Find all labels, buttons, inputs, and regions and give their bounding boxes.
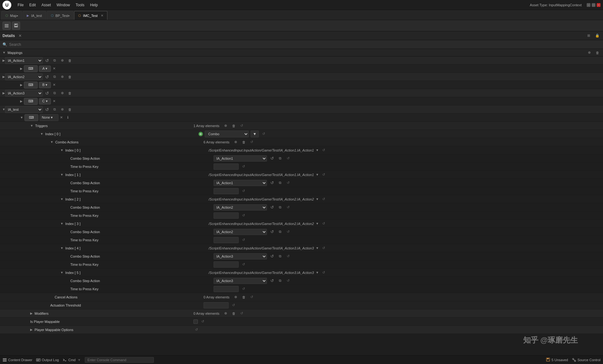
combo-idx3-expand[interactable]: ▼ — [316, 222, 319, 225]
combo-actions-delete-icon[interactable]: 🗑 — [241, 139, 247, 145]
time-press-value-1[interactable]: 0.5 — [214, 188, 239, 194]
combo-step-revert-0[interactable]: ↺ — [285, 156, 291, 161]
combo-step-revert-1[interactable]: ↺ — [285, 180, 291, 186]
index0-chevron[interactable]: ▼ — [40, 132, 43, 136]
combo-step-action-3[interactable]: IA_Action2 — [214, 229, 267, 235]
combo-step-copy-2[interactable]: ⧉ — [277, 204, 283, 211]
combo-type-dropdown[interactable]: Combo — [205, 131, 249, 137]
panel-lock-icon[interactable]: 🔒 — [594, 33, 600, 39]
ia-action3-chevron[interactable]: ▶ — [3, 91, 5, 95]
actuation-threshold-value[interactable]: 0.5 — [204, 302, 229, 308]
combo-step-action-5[interactable]: IA_Action3 — [214, 278, 267, 284]
ia-action2-dropdown[interactable]: IA_Action2 — [5, 73, 43, 80]
combo-step-reset-4[interactable]: ↺ — [269, 253, 275, 260]
triggers-delete-icon[interactable]: 🗑 — [231, 123, 237, 129]
tab-close-icon[interactable]: ✕ — [101, 14, 103, 17]
combo-idx3-revert[interactable]: ↺ — [321, 221, 326, 227]
menu-edit[interactable]: Edit — [27, 2, 38, 8]
combo-idx1-revert[interactable]: ↺ — [321, 172, 326, 178]
combo-step-action-0[interactable]: IA_Action1 — [214, 155, 267, 162]
modifiers-add-icon[interactable]: ⊕ — [223, 310, 229, 317]
cmd-button[interactable]: Cmd ▼ — [62, 358, 81, 362]
ia-test-add-icon[interactable]: ⊕ — [59, 106, 65, 113]
index0-revert-icon[interactable]: ↺ — [261, 131, 266, 137]
triggers-revert-icon[interactable]: ↺ — [239, 123, 245, 129]
menu-tools[interactable]: Tools — [73, 2, 87, 8]
combo-actions-add-icon[interactable]: ⊕ — [233, 139, 239, 145]
player-mappable-options-chevron[interactable]: ▶ — [30, 328, 33, 331]
ia-action3-key-c[interactable]: C ▾ — [39, 98, 51, 104]
ia-test-reset-icon[interactable]: ↺ — [44, 106, 50, 113]
ia-action2-copy-icon[interactable]: ⧉ — [52, 74, 58, 80]
ia-test-key-badge[interactable]: ⌨ — [24, 114, 38, 121]
cmd-input[interactable] — [85, 357, 154, 363]
ia-action1-key-delete[interactable]: ✕ — [51, 66, 57, 72]
time-press-revert-5[interactable]: ↺ — [241, 286, 246, 292]
combo-idx4-revert[interactable]: ↺ — [321, 245, 326, 251]
modifiers-delete-icon[interactable]: 🗑 — [231, 310, 237, 317]
panel-settings-icon[interactable]: ⊞ — [585, 33, 592, 39]
ia-action2-key-badge[interactable]: ⌨ — [24, 82, 38, 88]
toolbar-content-icon[interactable] — [3, 22, 11, 30]
combo-idx4-expand[interactable]: ▼ — [316, 246, 319, 250]
menu-file[interactable]: File — [15, 2, 26, 8]
toolbar-save-icon[interactable] — [12, 22, 20, 30]
mappings-add-icon[interactable]: ⊕ — [586, 50, 592, 56]
ia-action2-delete-icon[interactable]: 🗑 — [67, 74, 73, 80]
ia-test-key-info[interactable]: ℹ — [65, 115, 71, 121]
combo-idx0-revert[interactable]: ↺ — [321, 147, 326, 153]
combo-idx4-chevron[interactable]: ▼ — [60, 246, 63, 250]
time-press-revert-2[interactable]: ↺ — [241, 213, 246, 218]
ia-action1-dropdown[interactable]: IA_Action1 — [5, 57, 43, 64]
combo-idx0-chevron[interactable]: ▼ — [60, 148, 63, 152]
ia-action1-chevron[interactable]: ▶ — [3, 59, 5, 62]
menu-help[interactable]: Help — [88, 2, 100, 8]
ia-action3-add-icon[interactable]: ⊕ — [59, 90, 65, 96]
time-press-value-4[interactable]: 0.5 — [214, 261, 239, 268]
tab-map[interactable]: ⬡ Map• — [1, 11, 22, 20]
content-drawer-button[interactable]: Content Drawer — [3, 358, 32, 362]
combo-idx2-expand[interactable]: ▼ — [316, 197, 319, 201]
triggers-chevron[interactable]: ▼ — [30, 124, 33, 127]
menu-window[interactable]: Window — [54, 2, 73, 8]
player-mappable-options-revert[interactable]: ↺ — [193, 327, 199, 333]
combo-idx1-chevron[interactable]: ▼ — [60, 173, 63, 176]
time-press-value-3[interactable]: 0.5 — [214, 237, 239, 243]
combo-step-reset-0[interactable]: ↺ — [269, 155, 275, 162]
ia-action2-chevron[interactable]: ▶ — [3, 75, 5, 78]
cancel-actions-revert[interactable]: ↺ — [249, 294, 255, 300]
minimize-button[interactable]: − — [587, 3, 590, 7]
maximize-button[interactable]: □ — [592, 3, 595, 7]
cancel-actions-delete-icon[interactable]: 🗑 — [241, 294, 247, 300]
combo-step-revert-2[interactable]: ↺ — [285, 205, 291, 210]
tab-ia-test[interactable]: ▶ IA_test — [23, 11, 46, 20]
tab-imc-test[interactable]: ⬡ IMC_Test ✕ — [74, 11, 107, 20]
time-press-value-2[interactable]: 0.5 — [214, 212, 239, 219]
mappings-section-header[interactable]: ▼ Mappings ⊕ 🗑 — [0, 49, 603, 56]
modifiers-revert[interactable]: ↺ — [239, 311, 245, 316]
combo-step-copy-5[interactable]: ⧉ — [277, 278, 283, 284]
combo-step-reset-2[interactable]: ↺ — [269, 204, 275, 211]
ia-action1-reset-icon[interactable]: ↺ — [44, 57, 50, 64]
ia-action3-reset-icon[interactable]: ↺ — [44, 90, 50, 96]
ia-action2-add-icon[interactable]: ⊕ — [59, 74, 65, 80]
combo-actions-revert-icon[interactable]: ↺ — [249, 139, 255, 145]
panel-close-button[interactable]: ✕ — [19, 34, 22, 38]
ia-action2-reset-icon[interactable]: ↺ — [44, 74, 50, 80]
combo-idx3-chevron[interactable]: ▼ — [60, 222, 63, 225]
is-player-mappable-checkbox[interactable] — [193, 319, 198, 324]
ia-action3-dropdown[interactable]: IA_Action3 — [5, 90, 43, 97]
ia-action3-key-delete[interactable]: ✕ — [51, 98, 57, 104]
ia-action1-add-icon[interactable]: ⊕ — [59, 57, 65, 64]
ia-action2-key-b[interactable]: B ▾ — [39, 82, 51, 88]
combo-step-revert-3[interactable]: ↺ — [285, 229, 291, 235]
combo-step-action-4[interactable]: IA_Action3 — [214, 253, 267, 260]
time-press-revert-1[interactable]: ↺ — [241, 188, 246, 194]
menu-asset[interactable]: Asset — [39, 2, 53, 8]
ia-action1-copy-icon[interactable]: ⧉ — [52, 57, 58, 64]
ia-test-none-dropdown[interactable]: None ▾ — [40, 114, 58, 121]
close-window-button[interactable]: × — [597, 3, 600, 7]
ia-action1-key-badge[interactable]: ⌨ — [24, 65, 38, 72]
combo-step-reset-1[interactable]: ↺ — [269, 180, 275, 186]
ia-action1-delete-icon[interactable]: 🗑 — [67, 57, 73, 64]
